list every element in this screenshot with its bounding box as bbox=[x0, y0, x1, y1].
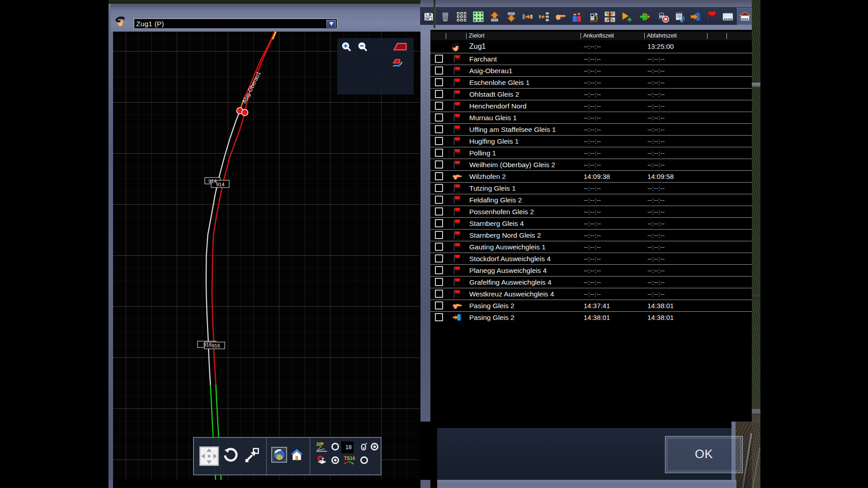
timetable-row[interactable]: Murnau Gleis 1--:--:----:--:-- bbox=[430, 112, 752, 124]
timetable-row[interactable]: Polling 1--:--:----:--:-- bbox=[430, 147, 752, 159]
rotate-tool-button[interactable] bbox=[223, 447, 239, 463]
couple-icon[interactable] bbox=[522, 11, 533, 23]
flag-icon[interactable] bbox=[705, 11, 717, 23]
consist-icon[interactable] bbox=[722, 11, 734, 23]
arrival-cell: --:--:-- bbox=[584, 65, 601, 76]
unload-icon[interactable] bbox=[489, 11, 500, 23]
timetable-row[interactable]: Pasing Gleis 214:37:4114:38:01 bbox=[430, 300, 752, 312]
ts14-gizmo-radio[interactable] bbox=[360, 456, 368, 464]
add-instruction-icon[interactable] bbox=[639, 11, 651, 23]
portal-in-icon[interactable] bbox=[690, 11, 702, 23]
arrival-cell: --:--:-- bbox=[584, 40, 601, 53]
row-checkbox[interactable] bbox=[435, 196, 443, 204]
row-checkbox[interactable] bbox=[435, 266, 443, 274]
row-checkbox[interactable] bbox=[435, 231, 443, 239]
properties-icon[interactable] bbox=[674, 11, 686, 23]
row-checkbox[interactable] bbox=[435, 301, 443, 310]
row-checkbox[interactable] bbox=[435, 149, 443, 157]
home-view-button[interactable] bbox=[290, 448, 304, 462]
destination-cell: Murnau Gleis 1 bbox=[469, 112, 517, 123]
waypoint-marker-2[interactable] bbox=[242, 109, 248, 116]
magnet-snap-icon[interactable] bbox=[314, 454, 328, 464]
row-checkbox[interactable] bbox=[435, 66, 443, 75]
move-tool-button[interactable] bbox=[199, 446, 219, 466]
portal-icon bbox=[453, 314, 462, 321]
free-move-tool-button[interactable] bbox=[244, 447, 260, 463]
ok-button[interactable]: OK bbox=[665, 436, 743, 473]
row-checkbox[interactable] bbox=[435, 207, 443, 216]
remove-train-icon[interactable] bbox=[657, 11, 669, 23]
timetable-row[interactable]: Wilzhofen 214:09:3814:09:58 bbox=[430, 171, 752, 183]
dropdown-arrow-button[interactable] bbox=[326, 20, 336, 28]
row-checkbox[interactable] bbox=[435, 137, 443, 145]
timetable-row[interactable]: Tutzing Gleis 1--:--:----:--:-- bbox=[430, 183, 752, 194]
timetable-row[interactable]: Feldafing Gleis 2--:--:----:--:-- bbox=[430, 194, 752, 206]
add-driver-icon[interactable] bbox=[621, 11, 632, 23]
row-checkbox[interactable] bbox=[435, 184, 443, 192]
timetable-row[interactable]: Weilheim (Oberbay) Gleis 2--:--:----:--:… bbox=[430, 159, 752, 171]
column-header-abfahrtszeit[interactable]: Abfahrtszeit bbox=[647, 33, 677, 39]
ts14-gizmo-icon[interactable] bbox=[343, 455, 357, 465]
pin-radio[interactable] bbox=[371, 443, 378, 450]
timetable-row[interactable]: Starnberg Nord Gleis 2--:--:----:--:-- bbox=[430, 230, 752, 241]
row-checkbox[interactable] bbox=[435, 160, 443, 169]
timetable-row[interactable]: Zug1--:--:--13:25:00 bbox=[430, 40, 752, 53]
mark-area-icon[interactable] bbox=[393, 42, 407, 51]
row-checkbox[interactable] bbox=[435, 172, 443, 180]
row-checkbox[interactable] bbox=[435, 219, 443, 227]
timetable-row[interactable]: Farchant--:--:----:--:-- bbox=[430, 53, 752, 65]
mark-area-path-icon[interactable] bbox=[392, 58, 404, 70]
timetable-row[interactable]: Grafelfing Ausweichgleis 4--:--:----:--:… bbox=[430, 277, 752, 288]
timetable-row[interactable]: Stockdorf Ausweichgleis 4--:--:----:--:-… bbox=[430, 253, 752, 265]
load-icon[interactable] bbox=[505, 11, 517, 23]
delete-icon[interactable] bbox=[439, 11, 451, 23]
rotation-snap-icon[interactable] bbox=[316, 442, 328, 453]
row-checkbox[interactable] bbox=[435, 278, 443, 286]
uncouple-icon[interactable] bbox=[538, 11, 550, 23]
timetable-row[interactable]: Possenhofen Gleis 2--:--:----:--:-- bbox=[430, 206, 752, 218]
row-checkbox[interactable] bbox=[435, 90, 443, 98]
row-checkbox[interactable] bbox=[435, 78, 443, 86]
timetable-row[interactable]: Ohlstadt Gleis 2--:--:----:--:-- bbox=[430, 89, 752, 100]
world-view-button[interactable] bbox=[271, 447, 287, 463]
train-select-dropdown[interactable]: Zug1 (P) bbox=[134, 19, 337, 29]
timetable-row[interactable]: Asig-Oberau1--:--:----:--:-- bbox=[430, 65, 752, 77]
scale-value-box[interactable]: 18 bbox=[341, 441, 354, 453]
timetable-row[interactable]: Huglfing Gleis 1--:--:----:--:-- bbox=[430, 136, 752, 147]
timetable-row[interactable]: Uffing am Staffelsee Gleis 1--:--:----:-… bbox=[430, 124, 752, 136]
timetable-row[interactable]: Westkreuz Ausweichgleis 4--:--:----:--:-… bbox=[430, 288, 752, 300]
zoom-in-icon[interactable] bbox=[341, 42, 353, 53]
expand-icon[interactable] bbox=[604, 11, 616, 23]
column-header-ankunftszeit[interactable]: Ankunftszeit bbox=[583, 33, 614, 39]
pin-icon[interactable] bbox=[360, 442, 368, 452]
row-checkbox[interactable] bbox=[435, 125, 443, 133]
row-checkbox[interactable] bbox=[435, 243, 443, 251]
grid-green-icon[interactable] bbox=[472, 11, 484, 23]
zoom-out-icon[interactable] bbox=[357, 42, 369, 53]
timetable-row[interactable]: Planegg Ausweichgleis 4--:--:----:--:-- bbox=[430, 265, 752, 277]
row-checkbox[interactable] bbox=[435, 290, 443, 298]
row-checkbox[interactable] bbox=[435, 254, 443, 263]
map-bottom-frame bbox=[108, 480, 113, 488]
column-header-zielort[interactable]: Zielort bbox=[469, 33, 485, 39]
timetable-row[interactable]: Eschenlohe Gleis 1--:--:----:--:-- bbox=[430, 77, 752, 89]
timetable-row[interactable]: Pasing Gleis 214:38:0114:38:01 bbox=[430, 312, 752, 324]
save-icon[interactable] bbox=[423, 11, 434, 23]
row-checkbox[interactable] bbox=[435, 113, 443, 122]
departure-cell: --:--:-- bbox=[647, 136, 665, 147]
refuel-icon[interactable] bbox=[588, 11, 599, 23]
timetable-row[interactable]: Gauting Ausweichgleis 1--:--:----:--:-- bbox=[430, 241, 752, 253]
timetable-row[interactable]: Starnberg Gleis 4--:--:----:--:-- bbox=[430, 218, 752, 230]
row-checkbox[interactable] bbox=[435, 55, 443, 63]
rotation-snap-radio[interactable] bbox=[331, 443, 339, 450]
passengers-icon[interactable] bbox=[571, 11, 583, 23]
depot-icon[interactable] bbox=[739, 11, 751, 23]
flag-icon bbox=[453, 125, 461, 134]
magnet-snap-radio[interactable] bbox=[331, 456, 339, 464]
grid-icon[interactable] bbox=[456, 11, 467, 23]
timetable-row[interactable]: Henchendorf Nord--:--:----:--:-- bbox=[430, 100, 752, 112]
row-checkbox[interactable] bbox=[435, 313, 443, 321]
row-checkbox[interactable] bbox=[435, 102, 443, 110]
route-map-2d[interactable]: Asig-Oberau1 914 914 916 916 bbox=[113, 32, 420, 480]
point-icon[interactable] bbox=[555, 11, 566, 23]
